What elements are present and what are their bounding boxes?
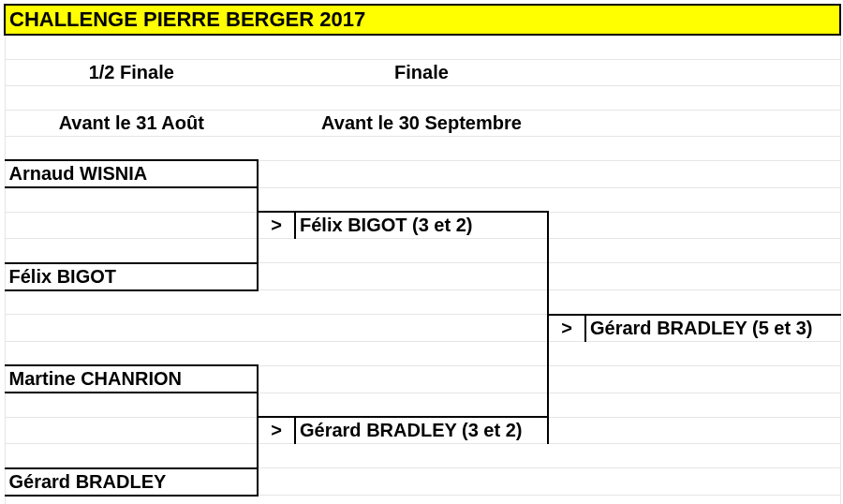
arrow-icon: > — [258, 417, 295, 444]
semifinal-deadline: Avant le 31 Août — [5, 110, 258, 136]
tournament-bracket: CHALLENGE PIERRE BERGER 2017 1/2 Finale … — [4, 4, 841, 504]
sf2-player2: Gérard BRADLEY — [5, 468, 258, 496]
final-deadline: Avant le 30 Septembre — [295, 110, 548, 136]
sf2-player1: Martine CHANRION — [5, 365, 258, 393]
arrow-icon: > — [258, 212, 295, 239]
final-header: Finale — [295, 59, 548, 85]
semifinal-header: 1/2 Finale — [5, 59, 258, 85]
final-winner: Gérard BRADLEY (5 et 3) — [585, 315, 840, 342]
title: CHALLENGE PIERRE BERGER 2017 — [5, 5, 840, 35]
title-row: CHALLENGE PIERRE BERGER 2017 — [5, 5, 840, 35]
sf1-player1: Arnaud WISNIA — [5, 160, 258, 187]
arrow-icon: > — [548, 315, 585, 342]
sf1-player2: Félix BIGOT — [5, 263, 258, 290]
sf1-winner: Félix BIGOT (3 et 2) — [295, 212, 548, 239]
sf2-winner: Gérard BRADLEY (3 et 2) — [295, 417, 548, 444]
